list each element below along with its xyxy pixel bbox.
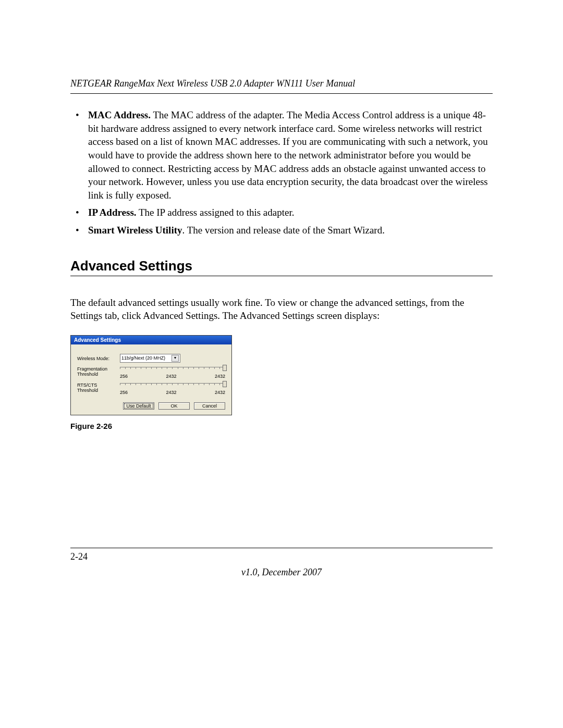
rtscts-slider-thumb[interactable] xyxy=(223,381,227,387)
wireless-mode-value: 11b/g/Next (20 MHZ) xyxy=(121,355,165,362)
bullet-mac-address: MAC Address. The MAC address of the adap… xyxy=(70,108,493,202)
fragmentation-label-2: Threshold xyxy=(77,372,120,377)
rtscts-label-2: Threshold xyxy=(77,388,120,393)
wireless-mode-dropdown[interactable]: 11b/g/Next (20 MHZ) ▾ xyxy=(120,354,180,363)
wireless-mode-label: Wireless Mode: xyxy=(77,356,120,361)
bullet-smart-wireless-utility: Smart Wireless Utility. The version and … xyxy=(70,224,493,237)
section-intro-text: The default advanced settings usually wo… xyxy=(70,296,493,323)
rtscts-slider[interactable] xyxy=(120,383,225,389)
swu-text: . The version and release date of the Sm… xyxy=(182,225,384,236)
footer-version: v1.0, December 2007 xyxy=(0,567,563,578)
chevron-down-icon[interactable]: ▾ xyxy=(172,355,179,362)
fragmentation-slider[interactable] xyxy=(120,367,225,373)
rtscts-max: 2432 xyxy=(215,390,225,395)
swu-label: Smart Wireless Utility xyxy=(88,225,182,236)
rtscts-min: 256 xyxy=(120,390,128,395)
page-number: 2-24 xyxy=(70,551,88,562)
advanced-settings-dialog: Advanced Settings Wireless Mode: 11b/g/N… xyxy=(70,335,232,415)
running-header: NETGEAR RangeMax Next Wireless USB 2.0 A… xyxy=(70,78,493,94)
bullet-list: MAC Address. The MAC address of the adap… xyxy=(70,108,493,237)
fragmentation-mid: 2432 xyxy=(166,374,176,379)
rtscts-threshold-row: RTS/CTS Threshold 256 xyxy=(77,383,225,395)
mac-address-label: MAC Address. xyxy=(88,109,151,120)
use-default-button[interactable]: Use Default xyxy=(123,402,154,410)
figure-caption: Figure 2-26 xyxy=(70,422,493,430)
mac-address-text: The MAC address of the adapter. The Medi… xyxy=(88,109,488,201)
dialog-body: Wireless Mode: 11b/g/Next (20 MHZ) ▾ Fra… xyxy=(71,344,231,415)
fragmentation-min: 256 xyxy=(120,374,128,379)
wireless-mode-row: Wireless Mode: 11b/g/Next (20 MHZ) ▾ xyxy=(77,354,225,363)
figure-2-26: Advanced Settings Wireless Mode: 11b/g/N… xyxy=(70,335,493,430)
footer-rule xyxy=(70,548,493,548)
fragmentation-slider-thumb[interactable] xyxy=(223,365,227,371)
ip-address-label: IP Address. xyxy=(88,207,137,218)
fragmentation-max: 2432 xyxy=(215,374,225,379)
manual-page: NETGEAR RangeMax Next Wireless USB 2.0 A… xyxy=(0,0,563,728)
bullet-ip-address: IP Address. The IP address assigned to t… xyxy=(70,206,493,219)
section-heading-advanced-settings: Advanced Settings xyxy=(70,258,493,276)
ok-button[interactable]: OK xyxy=(158,402,190,410)
rtscts-mid: 2432 xyxy=(166,390,176,395)
dialog-button-row: Use Default OK Cancel xyxy=(77,402,225,410)
cancel-button[interactable]: Cancel xyxy=(194,402,225,410)
fragmentation-threshold-row: Fragmentation Threshold 256 xyxy=(77,367,225,379)
dialog-titlebar: Advanced Settings xyxy=(71,336,231,344)
ip-address-text: The IP address assigned to this adapter. xyxy=(137,207,295,218)
